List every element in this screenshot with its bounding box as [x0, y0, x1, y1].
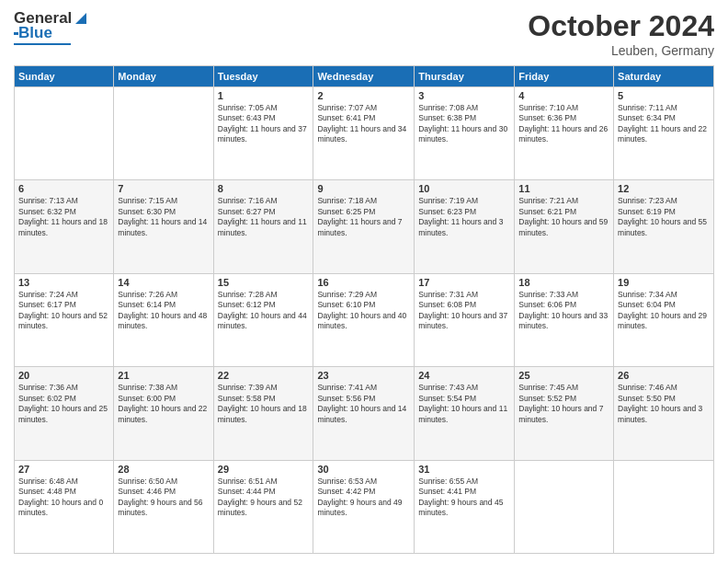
day-number: 23: [317, 370, 410, 381]
day-number: 15: [218, 277, 310, 288]
day-detail: Sunrise: 7:26 AM Sunset: 6:14 PM Dayligh…: [118, 290, 209, 332]
calendar-cell: [114, 87, 213, 180]
calendar-cell: 14Sunrise: 7:26 AM Sunset: 6:14 PM Dayli…: [114, 273, 213, 366]
calendar-week-row: 20Sunrise: 7:36 AM Sunset: 6:02 PM Dayli…: [15, 367, 714, 460]
page-title: October 2024: [528, 9, 714, 43]
calendar-cell: 25Sunrise: 7:45 AM Sunset: 5:52 PM Dayli…: [515, 367, 614, 460]
day-number: 17: [418, 277, 510, 288]
day-number: 3: [418, 90, 510, 101]
day-number: 29: [218, 464, 310, 475]
calendar-cell: 28Sunrise: 6:50 AM Sunset: 4:46 PM Dayli…: [114, 460, 213, 553]
calendar-week-row: 6Sunrise: 7:13 AM Sunset: 6:32 PM Daylig…: [15, 180, 714, 273]
logo-arrow-icon: [72, 9, 88, 26]
title-block: October 2024 Leuben, Germany: [528, 9, 714, 58]
calendar-cell: 20Sunrise: 7:36 AM Sunset: 6:02 PM Dayli…: [15, 367, 114, 460]
day-detail: Sunrise: 7:41 AM Sunset: 5:56 PM Dayligh…: [317, 383, 410, 425]
day-detail: Sunrise: 7:10 AM Sunset: 6:36 PM Dayligh…: [518, 103, 609, 145]
calendar-cell: 27Sunrise: 6:48 AM Sunset: 4:48 PM Dayli…: [15, 460, 114, 553]
day-detail: Sunrise: 7:18 AM Sunset: 6:25 PM Dayligh…: [317, 196, 410, 238]
day-number: 31: [418, 464, 510, 475]
calendar-cell: 16Sunrise: 7:29 AM Sunset: 6:10 PM Dayli…: [313, 273, 415, 366]
header: General Blue October 2024 Leuben, German…: [14, 9, 714, 58]
calendar-cell: 4Sunrise: 7:10 AM Sunset: 6:36 PM Daylig…: [515, 87, 614, 180]
day-number: 1: [218, 90, 310, 101]
calendar-cell: 24Sunrise: 7:43 AM Sunset: 5:54 PM Dayli…: [415, 367, 515, 460]
day-number: 24: [418, 370, 510, 381]
calendar-cell: 1Sunrise: 7:05 AM Sunset: 6:43 PM Daylig…: [213, 87, 313, 180]
day-detail: Sunrise: 7:29 AM Sunset: 6:10 PM Dayligh…: [317, 290, 410, 332]
day-number: 16: [317, 277, 410, 288]
calendar-week-row: 27Sunrise: 6:48 AM Sunset: 4:48 PM Dayli…: [15, 460, 714, 553]
calendar-cell: 21Sunrise: 7:38 AM Sunset: 6:00 PM Dayli…: [114, 367, 213, 460]
day-number: 9: [317, 183, 410, 194]
day-number: 26: [618, 370, 710, 381]
day-detail: Sunrise: 7:34 AM Sunset: 6:04 PM Dayligh…: [618, 290, 710, 332]
calendar-cell: 10Sunrise: 7:19 AM Sunset: 6:23 PM Dayli…: [415, 180, 515, 273]
day-number: 21: [118, 370, 209, 381]
calendar-cell: 22Sunrise: 7:39 AM Sunset: 5:58 PM Dayli…: [213, 367, 313, 460]
day-detail: Sunrise: 7:07 AM Sunset: 6:41 PM Dayligh…: [317, 103, 410, 145]
col-tuesday: Tuesday: [213, 66, 313, 87]
calendar-cell: 18Sunrise: 7:33 AM Sunset: 6:06 PM Dayli…: [515, 273, 614, 366]
svg-marker-0: [75, 13, 86, 24]
day-number: 2: [317, 90, 410, 101]
day-number: 13: [18, 277, 109, 288]
day-number: 4: [518, 90, 609, 101]
calendar-cell: 30Sunrise: 6:53 AM Sunset: 4:42 PM Dayli…: [313, 460, 415, 553]
calendar-table: Sunday Monday Tuesday Wednesday Thursday…: [14, 65, 714, 554]
day-detail: Sunrise: 6:55 AM Sunset: 4:41 PM Dayligh…: [418, 477, 510, 519]
day-number: 25: [518, 370, 609, 381]
day-detail: Sunrise: 6:48 AM Sunset: 4:48 PM Dayligh…: [18, 477, 109, 519]
day-detail: Sunrise: 7:38 AM Sunset: 6:00 PM Dayligh…: [118, 383, 209, 425]
calendar-week-row: 1Sunrise: 7:05 AM Sunset: 6:43 PM Daylig…: [15, 87, 714, 180]
day-detail: Sunrise: 7:08 AM Sunset: 6:38 PM Dayligh…: [418, 103, 510, 145]
calendar-cell: [515, 460, 614, 553]
calendar-cell: 15Sunrise: 7:28 AM Sunset: 6:12 PM Dayli…: [213, 273, 313, 366]
calendar-cell: 19Sunrise: 7:34 AM Sunset: 6:04 PM Dayli…: [614, 273, 714, 366]
calendar-cell: 29Sunrise: 6:51 AM Sunset: 4:44 PM Dayli…: [213, 460, 313, 553]
day-detail: Sunrise: 7:13 AM Sunset: 6:32 PM Dayligh…: [18, 196, 109, 238]
day-detail: Sunrise: 7:19 AM Sunset: 6:23 PM Dayligh…: [418, 196, 510, 238]
calendar-cell: 3Sunrise: 7:08 AM Sunset: 6:38 PM Daylig…: [415, 87, 515, 180]
calendar-cell: [15, 87, 114, 180]
page: General Blue October 2024 Leuben, German…: [0, 0, 728, 563]
calendar-cell: 17Sunrise: 7:31 AM Sunset: 6:08 PM Dayli…: [415, 273, 515, 366]
calendar-cell: 2Sunrise: 7:07 AM Sunset: 6:41 PM Daylig…: [313, 87, 415, 180]
day-number: 5: [618, 90, 710, 101]
day-number: 30: [317, 464, 410, 475]
day-number: 27: [18, 464, 109, 475]
day-detail: Sunrise: 7:23 AM Sunset: 6:19 PM Dayligh…: [618, 196, 710, 238]
day-number: 8: [218, 183, 310, 194]
day-detail: Sunrise: 7:21 AM Sunset: 6:21 PM Dayligh…: [518, 196, 609, 238]
logo: General Blue: [14, 9, 88, 45]
calendar-cell: 11Sunrise: 7:21 AM Sunset: 6:21 PM Dayli…: [515, 180, 614, 273]
day-detail: Sunrise: 7:16 AM Sunset: 6:27 PM Dayligh…: [218, 196, 310, 238]
calendar-cell: 9Sunrise: 7:18 AM Sunset: 6:25 PM Daylig…: [313, 180, 415, 273]
logo-blue: Blue: [18, 24, 52, 42]
day-number: 18: [518, 277, 609, 288]
col-wednesday: Wednesday: [313, 66, 415, 87]
day-number: 11: [518, 183, 609, 194]
calendar-cell: 6Sunrise: 7:13 AM Sunset: 6:32 PM Daylig…: [15, 180, 114, 273]
day-detail: Sunrise: 7:36 AM Sunset: 6:02 PM Dayligh…: [18, 383, 109, 425]
day-detail: Sunrise: 7:43 AM Sunset: 5:54 PM Dayligh…: [418, 383, 510, 425]
calendar-cell: 12Sunrise: 7:23 AM Sunset: 6:19 PM Dayli…: [614, 180, 714, 273]
day-number: 19: [618, 277, 710, 288]
day-detail: Sunrise: 7:28 AM Sunset: 6:12 PM Dayligh…: [218, 290, 310, 332]
day-detail: Sunrise: 7:39 AM Sunset: 5:58 PM Dayligh…: [218, 383, 310, 425]
calendar-cell: 5Sunrise: 7:11 AM Sunset: 6:34 PM Daylig…: [614, 87, 714, 180]
day-number: 6: [18, 183, 109, 194]
day-detail: Sunrise: 7:11 AM Sunset: 6:34 PM Dayligh…: [618, 103, 710, 145]
day-detail: Sunrise: 7:33 AM Sunset: 6:06 PM Dayligh…: [518, 290, 609, 332]
day-detail: Sunrise: 7:45 AM Sunset: 5:52 PM Dayligh…: [518, 383, 609, 425]
calendar-header-row: Sunday Monday Tuesday Wednesday Thursday…: [15, 66, 714, 87]
day-detail: Sunrise: 7:46 AM Sunset: 5:50 PM Dayligh…: [618, 383, 710, 425]
col-sunday: Sunday: [15, 66, 114, 87]
day-number: 20: [18, 370, 109, 381]
calendar-cell: 7Sunrise: 7:15 AM Sunset: 6:30 PM Daylig…: [114, 180, 213, 273]
calendar-cell: 23Sunrise: 7:41 AM Sunset: 5:56 PM Dayli…: [313, 367, 415, 460]
day-number: 10: [418, 183, 510, 194]
col-friday: Friday: [515, 66, 614, 87]
calendar-cell: 8Sunrise: 7:16 AM Sunset: 6:27 PM Daylig…: [213, 180, 313, 273]
day-detail: Sunrise: 6:53 AM Sunset: 4:42 PM Dayligh…: [317, 477, 410, 519]
